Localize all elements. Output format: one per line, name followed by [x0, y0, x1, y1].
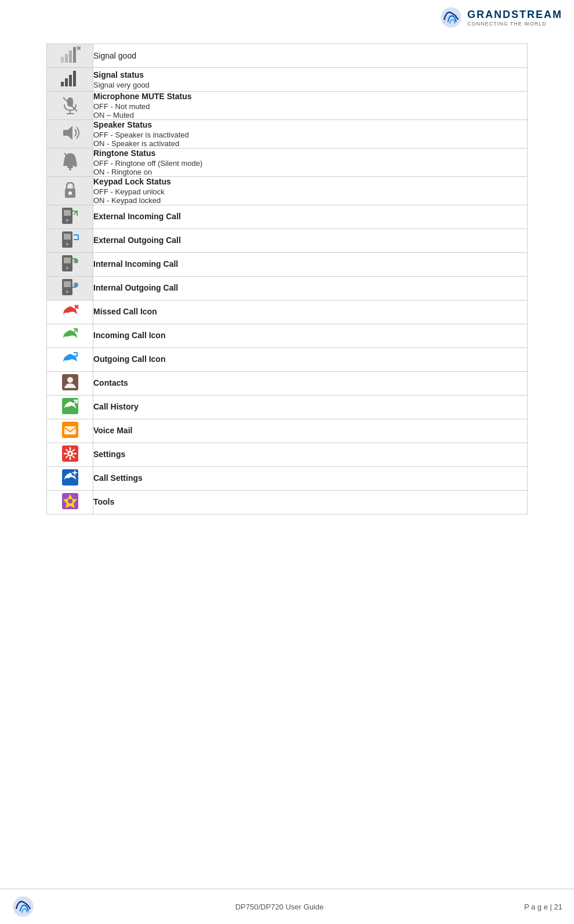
row-line-speaker-status-0: OFF - Speaker is inactivated: [93, 131, 527, 139]
svg-point-35: [66, 291, 68, 293]
icon-cell-outgoing-call: [47, 348, 93, 372]
table-row-ext-outgoing: External Outgoing Call: [47, 229, 528, 253]
icon-cell-contacts: [47, 372, 93, 396]
tools-icon: [60, 503, 81, 513]
row-title-voice-mail: Voice Mail: [93, 426, 527, 435]
signal_good-icon: [60, 57, 81, 67]
svg-rect-9: [69, 75, 72, 86]
logo-tagline: CONNECTING THE WORLD: [467, 21, 562, 27]
ringtone-icon: [60, 164, 81, 173]
table-row-outgoing-call: Outgoing Call Icon: [47, 348, 528, 372]
desc-cell-int-outgoing: Internal Outgoing Call: [93, 277, 528, 300]
int_outgoing-icon: [60, 289, 81, 299]
row-text-signal-good: Signal good: [93, 51, 136, 60]
desc-cell-missed-call: Missed Call Icon: [93, 300, 528, 324]
status-table: Signal good Signal statusSignal very goo…: [46, 44, 528, 514]
svg-point-31: [66, 267, 68, 269]
header: GRANDSTREAM CONNECTING THE WORLD: [0, 0, 574, 32]
row-title-ext-incoming: External Incoming Call: [93, 212, 527, 221]
svg-rect-22: [64, 210, 71, 216]
svg-marker-15: [63, 126, 72, 140]
svg-point-20: [68, 191, 72, 195]
outgoing_call-icon: [60, 361, 81, 371]
mic_mute-icon: [60, 107, 81, 117]
row-title-outgoing-call: Outgoing Call Icon: [93, 354, 527, 364]
svg-rect-16: [67, 166, 73, 168]
icon-cell-missed-call: [47, 300, 93, 324]
svg-rect-46: [64, 426, 76, 434]
missed_call-icon: [60, 313, 81, 323]
table-row-microphone-mute: Microphone MUTE StatusOFF - Not mutedON …: [47, 92, 528, 120]
table-row-call-settings: Call Settings: [47, 467, 528, 491]
table-row-ext-incoming: External Incoming Call: [47, 205, 528, 229]
icon-cell-voice-mail: [47, 419, 93, 443]
desc-cell-keypad-lock: Keypad Lock StatusOFF - Keypad unlockON …: [93, 177, 528, 205]
footer-logo-icon: [12, 895, 35, 918]
icon-cell-int-incoming: [47, 253, 93, 277]
icon-cell-int-outgoing: [47, 277, 93, 300]
desc-cell-ext-incoming: External Incoming Call: [93, 205, 528, 229]
row-title-int-incoming: Internal Incoming Call: [93, 259, 527, 269]
desc-cell-speaker-status: Speaker StatusOFF - Speaker is inactivat…: [93, 120, 528, 148]
svg-rect-4: [73, 47, 76, 63]
row-title-keypad-lock: Keypad Lock Status: [93, 177, 527, 186]
svg-rect-7: [61, 82, 64, 86]
row-title-tools: Tools: [93, 497, 527, 506]
call_settings-icon: [60, 480, 81, 490]
speaker-icon: [60, 135, 81, 145]
desc-cell-tools: Tools: [93, 491, 528, 514]
row-line-signal-status-0: Signal very good: [93, 81, 527, 89]
icon-cell-tools: [47, 491, 93, 514]
icon-cell-ext-incoming: [47, 205, 93, 229]
table-row-int-incoming: Internal Incoming Call: [47, 253, 528, 277]
icon-cell-speaker-status: [47, 120, 93, 148]
row-line-microphone-mute-1: ON – Muted: [93, 111, 527, 119]
table-row-settings: Settings: [47, 443, 528, 467]
ext_outgoing-icon: [60, 242, 81, 252]
int_incoming-icon: [60, 266, 81, 276]
row-title-contacts: Contacts: [93, 378, 527, 387]
row-title-ext-outgoing: External Outgoing Call: [93, 235, 527, 245]
table-row-missed-call: Missed Call Icon: [47, 300, 528, 324]
voice_mail-icon: [60, 432, 81, 442]
icon-cell-ringtone-status: [47, 148, 93, 177]
row-title-incoming-call: Incoming Call Icon: [93, 331, 527, 340]
icon-cell-settings: [47, 443, 93, 467]
svg-rect-1: [61, 57, 64, 63]
svg-rect-30: [64, 258, 71, 263]
svg-rect-34: [64, 281, 71, 287]
desc-cell-contacts: Contacts: [93, 372, 528, 396]
svg-point-17: [69, 168, 71, 171]
row-title-signal-status: Signal status: [93, 70, 527, 79]
desc-cell-ext-outgoing: External Outgoing Call: [93, 229, 528, 253]
footer-page: P a g e | 21: [524, 903, 562, 911]
settings-icon: [60, 456, 81, 466]
desc-cell-ringtone-status: Ringtone StatusOFF - Ringtone off (Silen…: [93, 148, 528, 177]
row-title-speaker-status: Speaker Status: [93, 120, 527, 129]
icon-cell-keypad-lock: [47, 177, 93, 205]
grandstream-logo-icon: [439, 6, 463, 29]
row-title-ringtone-status: Ringtone Status: [93, 148, 527, 158]
icon-cell-signal-status: [47, 68, 93, 92]
svg-rect-26: [64, 234, 71, 240]
keypad_lock-icon: [60, 192, 81, 202]
table-row-signal-good: Signal good: [47, 44, 528, 68]
row-line-ringtone-status-1: ON - Ringtone on: [93, 168, 527, 176]
logo-area: GRANDSTREAM CONNECTING THE WORLD: [439, 6, 562, 29]
svg-point-0: [441, 7, 461, 27]
svg-point-49: [69, 452, 71, 455]
row-title-settings: Settings: [93, 450, 527, 459]
desc-cell-call-history: Call History: [93, 396, 528, 419]
desc-cell-signal-good: Signal good: [93, 44, 528, 68]
row-title-call-settings: Call Settings: [93, 473, 527, 483]
desc-cell-int-incoming: Internal Incoming Call: [93, 253, 528, 277]
desc-cell-microphone-mute: Microphone MUTE StatusOFF - Not mutedON …: [93, 92, 528, 120]
icon-cell-call-settings: [47, 467, 93, 491]
contacts-icon: [60, 385, 81, 394]
svg-point-52: [74, 472, 76, 474]
table-row-incoming-call: Incoming Call Icon: [47, 324, 528, 348]
call_history-icon: [60, 408, 81, 418]
table-row-contacts: Contacts: [47, 372, 528, 396]
table-row-keypad-lock: Keypad Lock StatusOFF - Keypad unlockON …: [47, 177, 528, 205]
icon-cell-call-history: [47, 396, 93, 419]
